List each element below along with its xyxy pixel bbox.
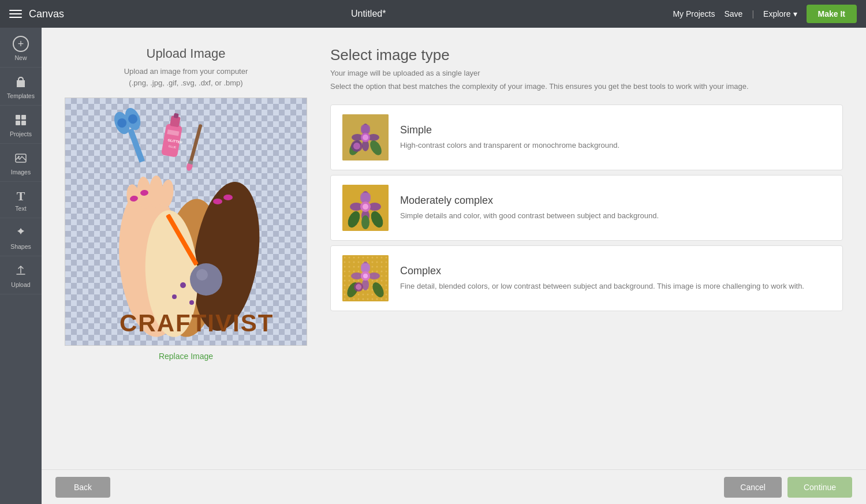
bottom-right-buttons: Cancel Continue	[724, 477, 852, 498]
explore-label: Explore	[763, 9, 790, 18]
sidebar-item-new[interactable]: + New	[0, 28, 42, 68]
svg-point-34	[213, 199, 222, 204]
svg-point-37	[180, 282, 186, 288]
svg-point-39	[189, 300, 194, 305]
option-moderate-thumb	[342, 185, 389, 231]
option-complex-thumb	[342, 255, 389, 301]
svg-rect-1	[21, 115, 26, 120]
sidebar-item-templates[interactable]: Templates	[0, 68, 42, 106]
select-panel: Select image type Your image will be upl…	[330, 46, 843, 451]
option-moderate-desc: Simple details and color, with good cont…	[400, 210, 831, 222]
sidebar-item-label-shapes: Shapes	[10, 243, 31, 250]
svg-point-33	[196, 269, 208, 281]
svg-point-38	[172, 294, 177, 299]
upload-subtitle: Upload an image from your computer (.png…	[124, 66, 248, 88]
upload-panel: Upload Image Upload an image from your c…	[65, 46, 307, 451]
sidebar-item-label-templates: Templates	[7, 92, 35, 99]
image-preview: GLITTER GLUE	[65, 98, 307, 345]
content-area: Upload Image Upload an image from your c…	[42, 28, 866, 504]
upload-sub-line1: Upload an image from your computer	[124, 67, 248, 76]
sidebar-item-projects[interactable]: Projects	[0, 106, 42, 144]
replace-image-link[interactable]: Replace Image	[159, 352, 213, 361]
svg-point-32	[190, 263, 222, 296]
option-complex-desc: Fine detail, blended colors, or low cont…	[400, 281, 831, 292]
select-title: Select image type	[330, 46, 843, 64]
svg-point-52	[353, 143, 360, 150]
save-link[interactable]: Save	[725, 9, 743, 18]
main-layout: + New Templates Projects	[0, 28, 866, 504]
cancel-button[interactable]: Cancel	[724, 477, 782, 498]
nav-divider: |	[752, 9, 754, 18]
explore-button[interactable]: Explore ▾	[763, 9, 797, 18]
sidebar-item-label-upload: Upload	[11, 281, 30, 288]
option-simple-text: Simple High-contrast colors and transpar…	[400, 124, 831, 151]
option-simple-desc: High-contrast colors and transparent or …	[400, 140, 831, 151]
upload-icon	[14, 264, 27, 279]
option-moderate[interactable]: Moderately complex Simple details and co…	[330, 175, 843, 241]
svg-point-61	[363, 204, 368, 210]
image-preview-container: GLITTER GLUE	[65, 98, 307, 346]
sidebar-item-label-projects: Projects	[10, 130, 32, 137]
simple-flower-svg	[342, 114, 389, 160]
svg-rect-2	[16, 121, 20, 125]
svg-text:CRAFTIVIST: CRAFTIVIST	[120, 309, 274, 337]
shapes-icon	[14, 226, 27, 241]
document-title: Untitled*	[351, 9, 386, 18]
option-complex-text: Complex Fine detail, blended colors, or …	[400, 265, 831, 292]
option-moderate-name: Moderately complex	[400, 195, 831, 207]
option-complex[interactable]: Complex Fine detail, blended colors, or …	[330, 245, 843, 311]
top-navigation: Canvas Untitled* My Projects Save | Expl…	[0, 0, 866, 28]
templates-icon	[14, 76, 27, 90]
hamburger-menu[interactable]	[9, 10, 22, 18]
content-main: Upload Image Upload an image from your c…	[42, 28, 866, 469]
bottom-bar: Back Cancel Continue	[42, 469, 866, 504]
images-icon	[14, 152, 27, 166]
sidebar-item-upload[interactable]: Upload	[0, 256, 42, 294]
my-projects-link[interactable]: My Projects	[673, 9, 715, 18]
svg-point-48	[363, 135, 368, 140]
option-simple-name: Simple	[400, 124, 831, 136]
sidebar: + New Templates Projects	[0, 28, 42, 504]
make-it-button[interactable]: Make It	[807, 5, 857, 23]
brand-name: Canvas	[29, 8, 64, 20]
sidebar-item-label-text: Text	[15, 205, 26, 212]
select-subtitle: Your image will be uploaded as a single …	[330, 69, 843, 77]
text-icon: T	[17, 190, 25, 203]
sidebar-item-label-images: Images	[11, 169, 31, 176]
svg-rect-8	[128, 128, 145, 163]
svg-rect-3	[21, 121, 26, 125]
continue-button[interactable]: Continue	[787, 477, 852, 498]
chevron-down-icon: ▾	[793, 9, 797, 18]
craftivist-image: GLITTER GLUE	[76, 100, 296, 343]
svg-point-79	[356, 284, 361, 290]
option-simple-thumb	[342, 114, 389, 160]
sidebar-item-images[interactable]: Images	[0, 144, 42, 182]
complex-flower-svg	[342, 255, 389, 301]
svg-rect-0	[16, 115, 20, 120]
new-icon: +	[13, 36, 29, 52]
back-button[interactable]: Back	[55, 477, 110, 498]
option-moderate-text: Moderately complex Simple details and co…	[400, 195, 831, 222]
sidebar-item-label-new: New	[14, 54, 27, 61]
sidebar-item-text[interactable]: T Text	[0, 182, 42, 218]
select-hint: Select the option that best matches the …	[330, 82, 843, 91]
sidebar-item-shapes[interactable]: Shapes	[0, 218, 42, 256]
svg-rect-17	[189, 124, 203, 164]
projects-icon	[14, 114, 27, 128]
svg-point-35	[223, 195, 233, 200]
upload-sub-line2: (.png, .jpg, .gif, .svg, .dxf, or .bmp)	[129, 79, 242, 87]
svg-point-64	[361, 215, 369, 229]
option-simple[interactable]: Simple High-contrast colors and transpar…	[330, 104, 843, 170]
option-complex-name: Complex	[400, 265, 831, 277]
moderate-flower-svg	[342, 185, 389, 231]
svg-point-75	[363, 274, 368, 278]
svg-rect-13	[173, 113, 178, 118]
upload-title: Upload Image	[147, 46, 226, 61]
